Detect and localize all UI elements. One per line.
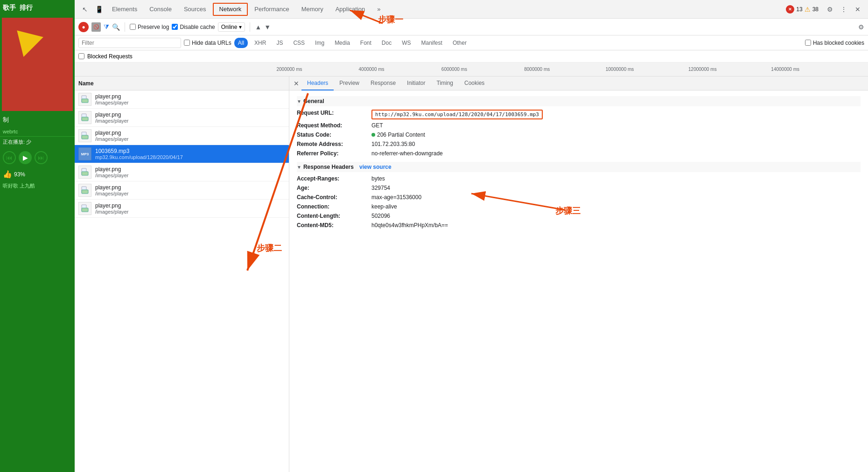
- tab-initiator[interactable]: Initiator: [401, 76, 431, 90]
- next-button[interactable]: ⏭: [35, 151, 48, 164]
- file-item[interactable]: player.png /images/player: [75, 90, 289, 109]
- preserve-log-checkbox[interactable]: Preserve log: [130, 24, 169, 30]
- filter-media[interactable]: Media: [331, 38, 354, 48]
- file-item[interactable]: player.png /images/player: [75, 109, 289, 127]
- network-settings-icon[interactable]: ⚙: [858, 23, 864, 31]
- tab-console[interactable]: Console: [144, 0, 177, 19]
- upload-icon[interactable]: ▲: [255, 23, 261, 31]
- cache-control-value: max-age=31536000: [371, 194, 421, 201]
- website-panel: 歌手 排行 制 webrtc 正在播放: 少 ⏮ ▶ ⏭ 👍 93% 听好歌 上…: [0, 0, 75, 472]
- divider2: [250, 22, 250, 32]
- file-path: /images/player: [95, 136, 285, 142]
- tab-application[interactable]: Application: [330, 0, 371, 19]
- blocked-requests-checkbox[interactable]: [78, 53, 84, 59]
- filter-css[interactable]: CSS: [289, 38, 308, 48]
- nav-item-1[interactable]: 歌手: [3, 4, 16, 12]
- selected-file-item[interactable]: MP3 1003659.mp3 mp32.9ku.com/upload/128/…: [75, 145, 289, 163]
- filter-all[interactable]: All: [234, 38, 248, 48]
- connection-row: Connection: keep-alive: [297, 202, 861, 211]
- network-toolbar: ● 🚫 ⧩ 🔍 Preserve log Disable cache Onlin…: [75, 19, 868, 35]
- status-code-value: 206 Partial Content: [371, 132, 425, 138]
- status-code-key: Status Code:: [297, 132, 371, 138]
- tab-sources[interactable]: Sources: [178, 0, 212, 19]
- referrer-policy-key: Referrer Policy:: [297, 150, 371, 157]
- has-blocked-cookies-label: Has blocked cookies: [813, 40, 864, 46]
- filter-input[interactable]: [78, 38, 181, 48]
- filter-doc[interactable]: Doc: [378, 38, 395, 48]
- hide-data-urls-checkbox[interactable]: Hide data URLs: [184, 40, 231, 46]
- file-info: 1003659.mp3 mp32.9ku.com/upload/128/2020…: [95, 148, 285, 160]
- more-icon[interactable]: ⋮: [837, 3, 850, 16]
- file-item[interactable]: player.png /images/player: [75, 181, 289, 200]
- tab-elements[interactable]: Elements: [106, 0, 143, 19]
- tab-preview[interactable]: Preview: [334, 76, 365, 90]
- file-item[interactable]: player.png /images/player: [75, 200, 289, 218]
- file-path: /images/player: [95, 209, 285, 215]
- filter-js[interactable]: JS: [273, 38, 287, 48]
- devtools-wrapper: ↖ 📱 Elements Console Sources Network Per…: [75, 0, 868, 472]
- filter-font[interactable]: Font: [357, 38, 375, 48]
- settings-icon[interactable]: ⚙: [823, 3, 836, 16]
- file-item[interactable]: player.png /images/player: [75, 163, 289, 181]
- age-row: Age: 329754: [297, 183, 861, 193]
- view-source-link[interactable]: view source: [359, 164, 392, 170]
- accept-ranges-row: Accept-Ranges: bytes: [297, 174, 861, 183]
- content-md5-row: Content-MD5: h0qte0s4w3fhkmPHpXm/bA==: [297, 221, 861, 230]
- close-icon[interactable]: ✕: [851, 3, 864, 16]
- hide-data-urls-input[interactable]: [184, 40, 190, 46]
- clear-button[interactable]: 🚫: [91, 22, 101, 32]
- device-icon[interactable]: 📱: [92, 3, 105, 16]
- general-section-header: General: [297, 96, 861, 106]
- file-info: player.png /images/player: [95, 184, 285, 196]
- cursor-icon[interactable]: ↖: [78, 3, 91, 16]
- player-controls: ⏮ ▶ ⏭: [0, 147, 75, 168]
- has-blocked-cookies-checkbox[interactable]: Has blocked cookies: [805, 40, 864, 46]
- warning-icon: ⚠: [805, 6, 811, 13]
- close-details-button[interactable]: ✕: [291, 78, 301, 89]
- download-icon[interactable]: ▼: [264, 23, 271, 31]
- disable-cache-input[interactable]: [172, 24, 178, 30]
- tab-network[interactable]: Network: [213, 3, 248, 16]
- filter-other[interactable]: Other: [449, 38, 470, 48]
- website-mid: 制: [0, 113, 75, 127]
- tab-timing[interactable]: Timing: [431, 76, 459, 90]
- website-label: 制: [3, 116, 9, 123]
- filter-manifest[interactable]: Manifest: [418, 38, 446, 48]
- warning-count: 38: [812, 6, 819, 13]
- mp3-file-path: mp32.9ku.com/upload/128/2020/04/17: [95, 154, 285, 160]
- throttle-select[interactable]: Online ▾: [218, 22, 245, 32]
- filter-row: Hide data URLs All XHR JS CSS Img Media …: [75, 35, 868, 50]
- tick-2: 6000000 ms: [441, 67, 467, 72]
- svg-rect-9: [82, 190, 88, 194]
- svg-rect-3: [82, 117, 88, 121]
- disable-cache-checkbox[interactable]: Disable cache: [172, 24, 215, 30]
- timeline-header: 2000000 ms 4000000 ms 6000000 ms 8000000…: [75, 62, 868, 76]
- file-name: player.png: [95, 202, 285, 209]
- file-item[interactable]: player.png /images/player: [75, 127, 289, 145]
- filter-img[interactable]: Img: [311, 38, 328, 48]
- tab-performance[interactable]: Performance: [249, 0, 294, 19]
- blocked-requests-row: Blocked Requests: [75, 50, 868, 62]
- tick-5: 12000000 ms: [688, 67, 717, 72]
- has-blocked-cookies-input[interactable]: [805, 40, 811, 46]
- filter-icon[interactable]: ⧩: [104, 23, 109, 31]
- details-content: General Request URL: http://mp32.9ku.com…: [289, 90, 868, 472]
- tab-headers[interactable]: Headers: [301, 76, 334, 90]
- tab-cookies[interactable]: Cookies: [459, 76, 490, 90]
- record-button[interactable]: ●: [78, 22, 89, 32]
- website-footer: 听好歌 上九酷: [0, 180, 75, 191]
- prev-button[interactable]: ⏮: [3, 151, 16, 164]
- nav-item-2[interactable]: 排行: [20, 4, 33, 12]
- tab-more[interactable]: »: [371, 0, 386, 19]
- filter-xhr[interactable]: XHR: [251, 38, 270, 48]
- filter-ws[interactable]: WS: [398, 38, 414, 48]
- svg-rect-1: [82, 99, 88, 103]
- preserve-log-input[interactable]: [130, 24, 136, 30]
- svg-rect-7: [82, 172, 88, 175]
- tab-memory[interactable]: Memory: [296, 0, 329, 19]
- play-button[interactable]: ▶: [19, 151, 32, 164]
- devtools-topbar: ↖ 📱 Elements Console Sources Network Per…: [75, 0, 868, 19]
- error-count: 13: [796, 6, 802, 13]
- search-icon[interactable]: 🔍: [112, 23, 120, 31]
- tab-response[interactable]: Response: [365, 76, 401, 90]
